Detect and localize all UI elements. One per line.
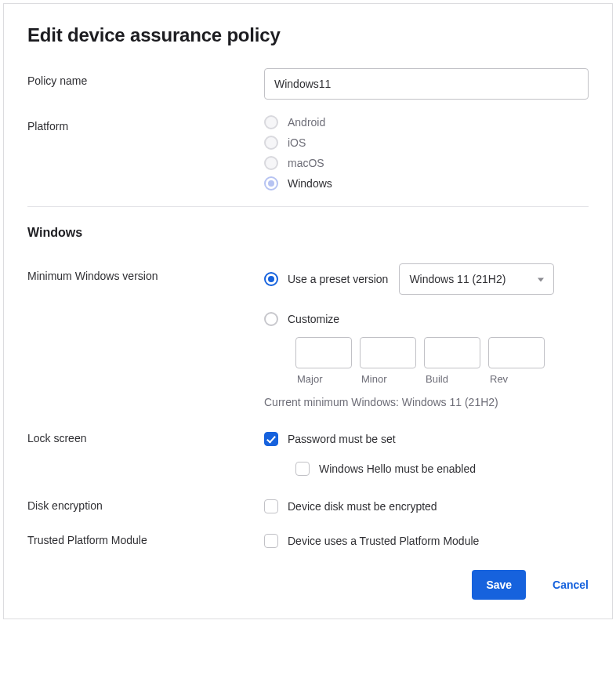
disk-encryption-label: Disk encryption <box>27 499 264 512</box>
select-value: Windows 11 (21H2) <box>409 273 505 285</box>
version-rev-input[interactable] <box>488 337 545 368</box>
platform-option-android[interactable]: Android <box>264 115 589 129</box>
policy-panel: Edit device assurance policy Policy name… <box>3 3 613 619</box>
version-minor-input[interactable] <box>360 337 416 368</box>
checkbox-icon <box>264 499 278 513</box>
radio-icon <box>264 115 278 129</box>
platform-option-windows[interactable]: Windows <box>264 176 589 190</box>
section-title: Windows <box>27 226 589 240</box>
cancel-button[interactable]: Cancel <box>553 579 589 591</box>
checkbox-icon <box>264 432 278 446</box>
divider <box>27 206 589 207</box>
password-must-be-set-checkbox[interactable]: Password must be set <box>264 432 589 446</box>
policy-name-label: Policy name <box>27 68 264 87</box>
radio-icon <box>264 272 278 286</box>
radio-icon <box>264 176 278 190</box>
current-minimum-text: Current minimum Windows: Windows 11 (21H… <box>264 396 589 408</box>
version-build-input[interactable] <box>424 337 480 368</box>
tpm-checkbox[interactable]: Device uses a Trusted Platform Module <box>264 534 589 548</box>
platform-option-macos[interactable]: macOS <box>264 156 589 170</box>
radio-icon <box>264 312 278 326</box>
min-version-label: Minimum Windows version <box>27 263 264 282</box>
platform-label: Platform <box>27 114 264 132</box>
version-customize-option[interactable]: Customize <box>264 312 589 326</box>
windows-hello-checkbox[interactable]: Windows Hello must be enabled <box>295 462 589 476</box>
version-major-input[interactable] <box>295 337 352 368</box>
page-title: Edit device assurance policy <box>27 24 589 46</box>
save-button[interactable]: Save <box>472 570 526 600</box>
checkbox-icon <box>264 534 278 548</box>
disk-encryption-checkbox[interactable]: Device disk must be encrypted <box>264 499 589 513</box>
policy-name-input[interactable] <box>264 68 589 100</box>
radio-icon <box>264 156 278 170</box>
checkbox-icon <box>295 462 310 476</box>
version-preset-option[interactable]: Use a preset version <box>264 272 388 286</box>
radio-icon <box>264 136 278 150</box>
platform-option-ios[interactable]: iOS <box>264 136 589 150</box>
version-preset-select[interactable]: Windows 11 (21H2) <box>399 263 554 295</box>
lock-screen-label: Lock screen <box>27 432 264 444</box>
tpm-label: Trusted Platform Module <box>27 534 264 546</box>
